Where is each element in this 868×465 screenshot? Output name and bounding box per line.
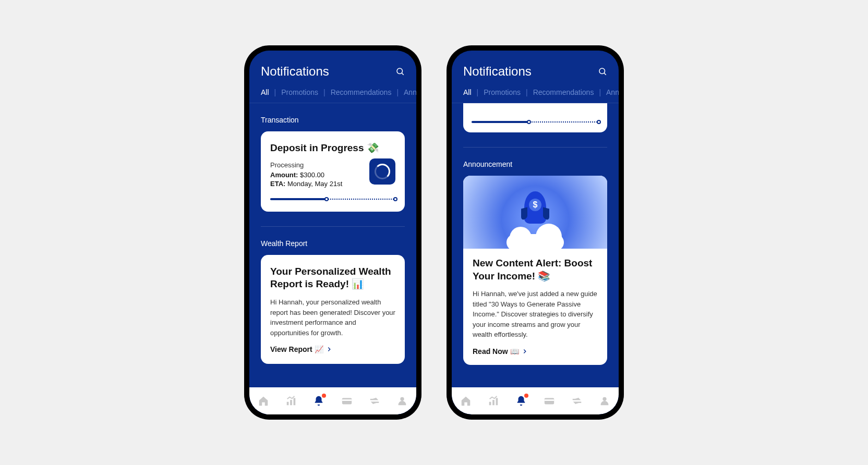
wealth-card[interactable]: Your Personalized Wealth Report is Ready… xyxy=(261,255,405,364)
phone-frame-1: Notifications All| Promotions| Recommend… xyxy=(244,45,421,420)
section-transaction: Transaction xyxy=(261,116,405,124)
nav-transfer[interactable] xyxy=(571,395,583,407)
nav-home[interactable] xyxy=(257,395,270,407)
tab-all[interactable]: All xyxy=(463,88,472,103)
page-title: Notifications xyxy=(261,64,329,79)
navbar xyxy=(249,387,416,414)
canvas: Notifications All| Promotions| Recommend… xyxy=(27,14,841,451)
svg-rect-11 xyxy=(492,400,495,405)
nav-profile[interactable] xyxy=(598,395,611,407)
svg-line-9 xyxy=(604,73,606,75)
progress-bar xyxy=(472,120,599,124)
svg-rect-6 xyxy=(342,399,351,401)
announcement-body: Hi Hannah, we've just added a new guide … xyxy=(473,289,598,340)
svg-rect-12 xyxy=(496,398,498,406)
screen-1: Notifications All| Promotions| Recommend… xyxy=(249,51,416,414)
divider xyxy=(261,226,405,227)
tab-promotions[interactable]: Promotions xyxy=(484,88,521,103)
section-announcement: Announcement xyxy=(463,160,607,168)
nav-transfer[interactable] xyxy=(368,395,381,407)
tabs: All| Promotions| Recommendations| Ann… xyxy=(249,88,416,103)
announcement-title: New Content Alert: Boost Your Income! 📚 xyxy=(473,257,598,283)
search-icon[interactable] xyxy=(395,67,405,76)
transaction-card[interactable]: Deposit in Progress 💸 Processing Amount:… xyxy=(261,131,405,212)
phone-frame-2: Notifications All| Promotions| Recommend… xyxy=(447,45,624,420)
svg-rect-2 xyxy=(287,402,289,405)
svg-rect-3 xyxy=(290,400,292,405)
svg-line-1 xyxy=(402,73,403,75)
content: Announcement $ New Content xyxy=(452,103,619,387)
divider xyxy=(463,147,607,148)
tab-recommendations[interactable]: Recommendations xyxy=(331,88,392,103)
tabs: All| Promotions| Recommendations| Ann… xyxy=(452,88,619,103)
read-now-link[interactable]: Read Now 📖 xyxy=(473,347,598,356)
section-wealth: Wealth Report xyxy=(261,239,405,248)
nav-notifications[interactable] xyxy=(312,395,325,407)
svg-point-8 xyxy=(599,68,605,74)
wealth-body: Hi Hannah, your personalized wealth repo… xyxy=(270,297,395,338)
nav-home[interactable] xyxy=(460,395,472,407)
svg-point-0 xyxy=(397,68,403,74)
header: Notifications xyxy=(452,51,619,88)
svg-rect-4 xyxy=(294,398,296,406)
notification-badge xyxy=(322,394,326,398)
tab-promotions[interactable]: Promotions xyxy=(281,88,318,103)
nav-stats[interactable] xyxy=(285,395,297,407)
svg-rect-5 xyxy=(342,398,351,405)
svg-point-7 xyxy=(401,397,404,401)
wealth-title: Your Personalized Wealth Report is Ready… xyxy=(270,265,395,291)
tab-all[interactable]: All xyxy=(261,88,269,103)
announcement-image: $ xyxy=(463,176,607,249)
transaction-title: Deposit in Progress 💸 xyxy=(270,142,395,155)
svg-point-15 xyxy=(603,397,607,401)
svg-rect-14 xyxy=(544,399,553,401)
svg-rect-10 xyxy=(489,402,491,405)
svg-rect-13 xyxy=(544,398,553,405)
screen-2: Notifications All| Promotions| Recommend… xyxy=(452,51,619,414)
tab-announcements[interactable]: Ann… xyxy=(606,88,619,103)
tab-recommendations[interactable]: Recommendations xyxy=(533,88,594,103)
page-title: Notifications xyxy=(463,64,532,79)
navbar xyxy=(452,387,619,414)
chevron-right-icon xyxy=(326,346,333,353)
chevron-right-icon xyxy=(521,348,528,355)
announcement-card[interactable]: $ New Content Alert: Boost Your Income! … xyxy=(463,176,607,365)
progress-bar xyxy=(270,197,395,201)
search-icon[interactable] xyxy=(598,67,607,76)
nav-cards[interactable] xyxy=(543,395,556,407)
header: Notifications xyxy=(249,51,416,88)
spinner-icon xyxy=(369,158,395,185)
nav-cards[interactable] xyxy=(341,395,353,407)
content: Transaction Deposit in Progress 💸 Proces… xyxy=(249,103,416,387)
nav-notifications[interactable] xyxy=(515,395,527,407)
view-report-link[interactable]: View Report 📈 xyxy=(270,345,395,353)
progress-card-remainder[interactable] xyxy=(463,103,607,132)
nav-profile[interactable] xyxy=(396,395,408,407)
notification-badge xyxy=(524,394,528,398)
nav-stats[interactable] xyxy=(487,395,500,407)
tab-announcements[interactable]: Ann… xyxy=(404,88,416,103)
